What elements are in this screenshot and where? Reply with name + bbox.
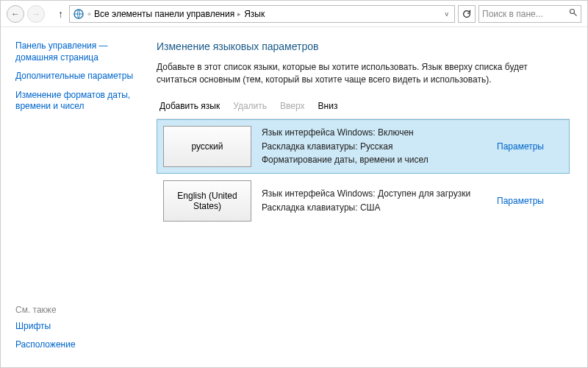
sidebar-link-location[interactable]: Расположение [15, 339, 139, 351]
refresh-icon [462, 9, 472, 19]
page-description: Добавьте в этот список языки, которые вы… [157, 61, 539, 86]
sidebar: Панель управления — домашняя страница До… [1, 27, 148, 367]
language-detail: Язык интерфейса Windows: Включен [262, 127, 487, 138]
sidebar-link-home[interactable]: Панель управления — домашняя страница [15, 40, 139, 63]
svg-line-2 [574, 13, 577, 16]
language-detail: Форматирование даты, времени и чисел [262, 154, 487, 166]
search-icon [569, 8, 578, 19]
toolbar: Добавить язык Удалить Вверх Вниз [157, 96, 570, 118]
navbar: ← → ↑ « Все элементы панели управления ▸… [1, 1, 587, 27]
language-detail: Язык интерфейса Windows: Доступен для за… [262, 188, 487, 199]
breadcrumb-item[interactable]: Все элементы панели управления [94, 9, 234, 19]
language-info: Язык интерфейса Windows: Доступен для за… [262, 180, 487, 222]
svg-point-1 [570, 10, 575, 14]
window: ← → ↑ « Все элементы панели управления ▸… [0, 0, 588, 368]
sidebar-link-formats[interactable]: Изменение форматов даты, времени и чисел [15, 90, 139, 113]
language-info: Язык интерфейса Windows: Включен Расклад… [262, 126, 487, 167]
language-list: русский Язык интерфейса Windows: Включен… [157, 118, 570, 228]
page-title: Изменение языковых параметров [157, 40, 570, 52]
language-tile: русский [163, 126, 251, 167]
language-name: English (United States) [167, 191, 248, 211]
back-button[interactable]: ← [7, 5, 24, 23]
language-options: Параметры [497, 180, 563, 222]
search-placeholder: Поиск в пане... [482, 9, 543, 19]
language-detail: Раскладка клавиатуры: США [262, 202, 487, 213]
search-input[interactable]: Поиск в пане... [478, 5, 581, 23]
body: Панель управления — домашняя страница До… [1, 27, 587, 367]
language-options: Параметры [497, 126, 563, 167]
refresh-button[interactable] [458, 5, 476, 23]
language-name: русский [191, 141, 223, 152]
sidebar-see-also: См. также [15, 305, 139, 315]
address-bar[interactable]: « Все элементы панели управления ▸ Язык … [69, 5, 455, 23]
chevron-right-icon: ▸ [237, 10, 241, 18]
address-dropdown[interactable]: v [442, 10, 452, 18]
language-options-link[interactable]: Параметры [497, 141, 544, 152]
language-row[interactable]: English (United States) Язык интерфейса … [157, 174, 570, 228]
forward-button[interactable]: → [27, 5, 45, 23]
remove-button: Удалить [233, 101, 267, 111]
move-down-button[interactable]: Вниз [318, 101, 338, 111]
sidebar-link-advanced[interactable]: Дополнительные параметры [15, 71, 139, 82]
breadcrumb-item[interactable]: Язык [244, 9, 265, 19]
add-language-button[interactable]: Добавить язык [159, 101, 220, 111]
main: Изменение языковых параметров Добавьте в… [148, 27, 587, 367]
move-up-button: Вверх [280, 101, 304, 111]
language-options-link[interactable]: Параметры [497, 196, 544, 206]
language-icon [73, 8, 85, 20]
breadcrumb-prefix: « [87, 10, 91, 18]
language-tile: English (United States) [163, 180, 251, 222]
sidebar-link-fonts[interactable]: Шрифты [15, 321, 139, 333]
language-detail: Раскладка клавиатуры: Русская [262, 141, 487, 152]
language-row[interactable]: русский Язык интерфейса Windows: Включен… [157, 119, 570, 174]
up-button[interactable]: ↑ [55, 8, 66, 20]
